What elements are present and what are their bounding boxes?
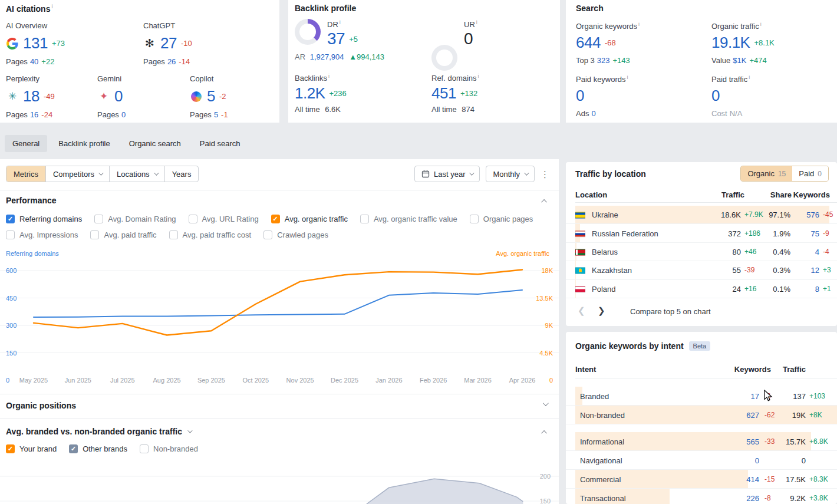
tab-organic-search[interactable]: Organic search [121,135,189,152]
compare-top5-link[interactable]: Compare top 5 on chart [630,307,711,316]
svg-text:0: 0 [6,377,9,384]
report-tabs: GeneralBacklink profileOrganic searchPai… [5,135,252,152]
col-header-keywords: Keywords [793,190,830,199]
tab-backlink-profile[interactable]: Backlink profile [51,135,117,152]
search-stat-delta: +8.1K [754,38,774,47]
filter-locations[interactable]: Locations [110,166,165,182]
ai-stat-value: 0 [114,87,123,106]
checkbox-crawled-pages[interactable]: Crawled pages [263,230,328,239]
checkbox-avg-domain-rating[interactable]: Avg. Domain Rating [94,215,176,223]
checkbox-label: Avg. organic traffic [285,215,348,223]
traffic-delta: +186 [744,229,760,238]
toggle-paid[interactable]: Paid0 [792,166,828,181]
location-row-by[interactable]: Belarus80+460.4%4-4 [566,243,837,261]
keywords-value[interactable]: 75 [811,229,819,238]
location-name[interactable]: Poland [592,284,615,293]
tab-paid-search[interactable]: Paid search [192,135,248,152]
location-name[interactable]: Kazakhstan [592,266,632,275]
checkbox-box [263,230,272,239]
keywords-value[interactable]: 12 [811,266,819,275]
intent-row-branded[interactable]: Branded17-6137+103 [566,387,837,406]
filter-years[interactable]: Years [165,166,199,182]
keywords-value[interactable]: 627 [746,410,759,419]
keywords-delta: -9 [823,229,829,238]
checkbox-label: Organic pages [483,215,533,223]
traffic-by-location-title: Traffic by location [575,169,646,179]
toggle-organic[interactable]: Organic15 [741,166,792,181]
col-header-keywords: Keywords [734,365,771,374]
intent-row-navigational[interactable]: Navigational00 [566,451,837,470]
perplexity-icon: ✳ [6,90,19,103]
ai-stat-value-row: ✳18-49 [6,87,55,106]
checkbox-your-brand[interactable]: Your brand [6,444,57,453]
keywords-value[interactable]: 17 [751,391,759,400]
search-stat-value[interactable]: 0 [711,87,720,105]
checkbox-avg-url-rating[interactable]: Avg. URL Rating [189,215,259,223]
filter-metrics[interactable]: Metrics [6,166,46,182]
intent-row-informational[interactable]: Informational565-3315.7K+6.8K [566,432,837,451]
location-row-ru[interactable]: Russian Federation372+1861.9%75-9 [566,224,837,242]
checkbox-box [6,444,15,453]
tab-general[interactable]: General [5,135,47,152]
divider [0,419,559,419]
intent-row-transactional[interactable]: Transactional226-89.2K+3.8K [566,489,837,504]
collapse-branded-chevron-icon[interactable] [541,430,547,436]
granularity-button[interactable]: Monthly [486,166,535,182]
traffic-delta: +16 [744,285,756,293]
location-row-ua[interactable]: Ukraine18.6K+7.9K97.1%576-45 [566,206,837,224]
expand-organic-positions-chevron-icon[interactable] [543,400,549,406]
checkbox-other-brands[interactable]: Other brands [69,444,127,453]
checkbox-referring-domains[interactable]: Referring domains [6,215,82,223]
collapse-performance-chevron-icon[interactable] [541,199,547,205]
search-stat-subline: Top 3323+143 [576,56,640,65]
ai-stat-label: AI Overview [6,21,65,30]
checkbox-avg-paid-traffic[interactable]: Avg. paid traffic [90,230,156,239]
ref-domains-delta: +132 [460,89,477,98]
filter-competitors[interactable]: Competitors [46,166,110,182]
beta-badge: Beta [689,341,711,351]
svg-text:600: 600 [6,267,17,274]
location-name[interactable]: Ukraine [592,210,618,219]
location-row-pl[interactable]: Poland24+160.1%8+1 [566,280,837,298]
search-stat-value[interactable]: 0 [576,87,584,105]
traffic-delta: +3.8K [809,494,828,502]
ref-domains-value[interactable]: 451 [431,84,456,103]
checkbox-organic-pages[interactable]: Organic pages [470,215,533,223]
location-name[interactable]: Belarus [592,247,618,256]
branded-traffic-title[interactable]: Avg. branded vs. non-branded organic tra… [6,427,191,436]
keywords-value[interactable]: 4 [815,247,819,256]
more-options-kebab-icon[interactable]: ⋮ [541,170,549,179]
keywords-value[interactable]: 0 [755,456,759,465]
dr-delta: +5 [349,35,358,44]
keywords-value[interactable]: 226 [746,493,759,502]
chevron-down-icon [187,428,192,433]
organic-paid-toggle: Organic15 Paid0 [740,166,829,182]
checkbox-avg-organic-traffic[interactable]: Avg. organic traffic [271,215,348,223]
date-range-button[interactable]: Last year [414,166,480,182]
next-page-chevron-icon[interactable]: ❯ [598,305,605,316]
keywords-value[interactable]: 576 [806,210,819,219]
keywords-value[interactable]: 414 [746,475,759,483]
intent-row-commercial[interactable]: Commercial414-1517.5K+8.3K [566,470,837,489]
intent-row-non-branded[interactable]: Non-branded627-6219K+8K [566,406,837,424]
checkbox-avg-organic-traffic-value[interactable]: Avg. organic traffic value [360,215,457,223]
prev-page-chevron-icon[interactable]: ❮ [578,305,585,316]
location-row-kz[interactable]: Kazakhstan55-390.3%12+3 [566,261,837,279]
chevron-down-icon [154,170,159,175]
col-header-location: Location [575,190,607,199]
ai-stat-delta: -10 [181,39,192,48]
search-stat-value[interactable]: 19.1K [711,34,750,52]
search-stat-value[interactable]: 644 [576,34,601,52]
col-header-share: Share [770,190,792,199]
checkbox-non-branded[interactable]: Non-branded [140,444,198,453]
ur-value: 0 [464,29,473,48]
backlinks-alltime: All time 6.6K [295,105,341,114]
checkbox-avg-impressions[interactable]: Avg. Impressions [6,230,78,239]
svg-text:Dec 2025: Dec 2025 [331,377,358,384]
location-name[interactable]: Russian Federation [592,229,658,238]
backlinks-value[interactable]: 1.2K [295,84,325,103]
checkbox-avg-paid-traffic-cost[interactable]: Avg. paid traffic cost [169,230,252,239]
keywords-value[interactable]: 565 [746,437,759,446]
keywords-value[interactable]: 8 [815,284,819,293]
traffic-value: 80 [733,247,741,256]
